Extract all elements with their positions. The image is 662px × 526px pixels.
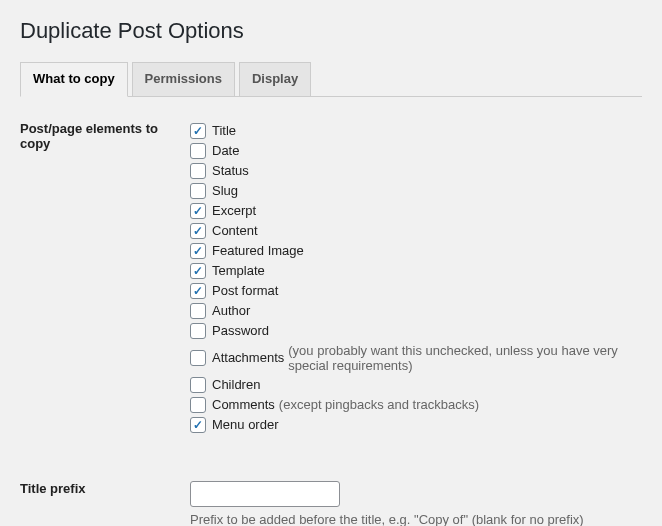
option-label: Post format bbox=[212, 283, 278, 298]
title-prefix-description: Prefix to be added before the title, e.g… bbox=[190, 512, 642, 526]
tab-display[interactable]: Display bbox=[239, 62, 311, 96]
checkbox-children[interactable] bbox=[190, 377, 206, 393]
checkbox-author[interactable] bbox=[190, 303, 206, 319]
option-label: Password bbox=[212, 323, 269, 338]
option-label: Status bbox=[212, 163, 249, 178]
option-content: Content bbox=[190, 223, 642, 239]
option-attachments: Attachments (you probably want this unch… bbox=[190, 343, 642, 373]
checkbox-title[interactable] bbox=[190, 123, 206, 139]
option-label: Excerpt bbox=[212, 203, 256, 218]
checkbox-slug[interactable] bbox=[190, 183, 206, 199]
page-title: Duplicate Post Options bbox=[20, 18, 642, 44]
option-post-format: Post format bbox=[190, 283, 642, 299]
option-excerpt: Excerpt bbox=[190, 203, 642, 219]
title-prefix-input[interactable] bbox=[190, 481, 340, 507]
option-template: Template bbox=[190, 263, 642, 279]
checkbox-comments[interactable] bbox=[190, 397, 206, 413]
option-author: Author bbox=[190, 303, 642, 319]
option-label: Comments bbox=[212, 397, 275, 412]
option-label: Date bbox=[212, 143, 239, 158]
tab-permissions[interactable]: Permissions bbox=[132, 62, 235, 96]
option-hint: (you probably want this unchecked, unles… bbox=[288, 343, 642, 373]
checkbox-content[interactable] bbox=[190, 223, 206, 239]
option-featured-image: Featured Image bbox=[190, 243, 642, 259]
option-menu-order: Menu order bbox=[190, 417, 642, 433]
option-status: Status bbox=[190, 163, 642, 179]
option-label: Template bbox=[212, 263, 265, 278]
elements-heading: Post/page elements to copy bbox=[20, 115, 190, 441]
option-label: Title bbox=[212, 123, 236, 138]
option-hint: (except pingbacks and trackbacks) bbox=[279, 397, 479, 412]
checkbox-template[interactable] bbox=[190, 263, 206, 279]
checkbox-date[interactable] bbox=[190, 143, 206, 159]
checkbox-post-format[interactable] bbox=[190, 283, 206, 299]
checkbox-menu-order[interactable] bbox=[190, 417, 206, 433]
option-comments: Comments (except pingbacks and trackback… bbox=[190, 397, 642, 413]
checkbox-featured-image[interactable] bbox=[190, 243, 206, 259]
option-password: Password bbox=[190, 323, 642, 339]
checkbox-password[interactable] bbox=[190, 323, 206, 339]
option-label: Menu order bbox=[212, 417, 278, 432]
option-label: Attachments bbox=[212, 350, 284, 365]
option-label: Featured Image bbox=[212, 243, 304, 258]
option-slug: Slug bbox=[190, 183, 642, 199]
option-label: Content bbox=[212, 223, 258, 238]
option-date: Date bbox=[190, 143, 642, 159]
checkbox-excerpt[interactable] bbox=[190, 203, 206, 219]
tab-what-to-copy[interactable]: What to copy bbox=[20, 62, 128, 97]
option-label: Slug bbox=[212, 183, 238, 198]
option-label: Children bbox=[212, 377, 260, 392]
checkbox-attachments[interactable] bbox=[190, 350, 206, 366]
option-label: Author bbox=[212, 303, 250, 318]
title-prefix-heading: Title prefix bbox=[20, 441, 190, 526]
checkbox-status[interactable] bbox=[190, 163, 206, 179]
option-children: Children bbox=[190, 377, 642, 393]
tabs: What to copyPermissionsDisplay bbox=[20, 62, 642, 97]
option-title: Title bbox=[190, 123, 642, 139]
